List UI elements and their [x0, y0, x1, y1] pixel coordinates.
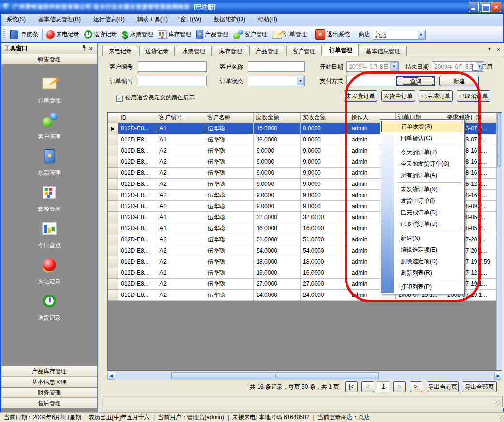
context-menu-item-17[interactable]: 打印列表(P): [381, 281, 463, 293]
menubar-item-0[interactable]: 系统(S): [6, 15, 26, 24]
column-header-3[interactable]: 应收金额: [254, 113, 301, 123]
context-menu-item-8[interactable]: 发货中订单(I): [381, 195, 463, 207]
sidebar-item-4[interactable]: 今日盘点: [38, 220, 61, 250]
tab-1[interactable]: 送货记录: [139, 46, 175, 56]
sidebar-group-1[interactable]: 基本信息管理: [1, 377, 97, 387]
tab-2[interactable]: 水票管理: [176, 46, 212, 56]
context-menu-item-15[interactable]: 刷新列表(R): [381, 267, 463, 279]
context-menu-item-10[interactable]: 已取消订单(U): [381, 218, 463, 230]
horizontal-scrollbar[interactable]: ◀ ▶: [107, 372, 502, 380]
vertical-scrollbar[interactable]: [496, 113, 502, 370]
scroll-left-icon[interactable]: ◀: [107, 372, 115, 380]
close-icon[interactable]: ×: [87, 45, 94, 52]
chevron-down-icon[interactable]: ▼: [418, 31, 425, 39]
menubar-item-5[interactable]: 数据维护(D): [214, 15, 245, 24]
sidebar-group-2[interactable]: 财务管理: [1, 387, 97, 398]
sidebar-item-2[interactable]: 水票管理: [38, 148, 61, 177]
status-filter-button-3[interactable]: 已取消订单: [457, 90, 490, 102]
menubar-item-4[interactable]: 窗口(W): [180, 15, 201, 24]
menubar-item-1[interactable]: 基本信息管理(B): [38, 15, 81, 24]
chevron-down-icon[interactable]: ▼: [297, 77, 304, 85]
new-button[interactable]: 新建: [439, 76, 479, 86]
export-all-pages-button[interactable]: 导出全部页: [462, 381, 497, 392]
context-menu-item-5[interactable]: 所有的订单(A): [381, 169, 463, 181]
order-status-combobox[interactable]: ▼: [248, 76, 305, 86]
next-page-button[interactable]: >: [393, 381, 406, 392]
context-menu-item-0[interactable]: 订单发货(S): [381, 121, 463, 132]
toolbar-button-dollar[interactable]: 水票管理: [119, 28, 156, 42]
column-header-1[interactable]: 客户编号: [157, 113, 205, 123]
chevron-down-icon[interactable]: ▼: [487, 46, 492, 53]
statusbar-segment-0: 当前日期：2009年6月8日星期一 农历己丑[牛]年五月十六: [4, 413, 150, 422]
cell-customer_name: 伍华聪: [205, 168, 254, 179]
close-button[interactable]: ×: [491, 2, 501, 12]
customer-name-input[interactable]: [248, 61, 305, 72]
pin-icon[interactable]: [81, 45, 87, 52]
context-menu-item-7[interactable]: 未发货订单(N): [381, 183, 463, 195]
sidebar-item-label: 套餐管理: [38, 205, 61, 213]
sidebar-item-6[interactable]: 送货记录: [38, 293, 61, 322]
menubar-item-3[interactable]: 辅助工具(T): [137, 15, 168, 24]
minimize-button[interactable]: [469, 2, 479, 12]
toolbar-button-clock[interactable]: 送货记录: [82, 28, 119, 42]
sidebar-item-5[interactable]: 来电记录: [38, 256, 61, 286]
context-menu-item-13[interactable]: 编辑选定项(E): [381, 244, 463, 255]
start-date-value: 2009年 6月 8日: [349, 63, 389, 70]
context-menu-item-4[interactable]: 今天的发货订单(O): [381, 158, 463, 169]
context-menu-item-9[interactable]: 已完成订单(D): [381, 207, 463, 218]
context-menu-item-12[interactable]: 新建(N): [381, 232, 463, 244]
maximize-button[interactable]: [480, 2, 490, 12]
tab-3[interactable]: 库存管理: [213, 46, 248, 56]
sidebar-item-3[interactable]: 套餐管理: [38, 184, 61, 213]
last-page-button[interactable]: >|: [410, 381, 422, 392]
menubar-item-2[interactable]: 运行信息(R): [93, 15, 125, 24]
toolbar-button-product[interactable]: 产品管理: [194, 28, 230, 42]
status-filter-button-2[interactable]: 已完成订单: [419, 90, 453, 102]
menubar-item-6[interactable]: 帮助(H): [258, 15, 277, 24]
sidebar-item-0[interactable]: 订单管理: [38, 75, 61, 105]
horizontal-scrollbar-thumb[interactable]: [171, 372, 379, 379]
context-menu-item-3[interactable]: 今天的订单(T): [381, 146, 463, 158]
tab-7[interactable]: 基本信息管理: [360, 46, 407, 56]
query-button[interactable]: 查询: [396, 76, 435, 86]
page-number-input[interactable]: 1: [377, 381, 389, 392]
tab-6[interactable]: 订单管理: [323, 44, 359, 56]
status-filter-button-1[interactable]: 发货中订单: [381, 90, 415, 102]
vertical-scrollbar-thumb[interactable]: [497, 113, 501, 167]
toolbar-button-grid[interactable]: 库存管理: [156, 28, 194, 42]
cell-received: 16.0000: [301, 267, 349, 279]
horizontal-scrollbar-track[interactable]: [115, 372, 494, 380]
first-page-button[interactable]: |<: [345, 381, 358, 392]
column-header-4[interactable]: 实收金额: [301, 113, 349, 123]
order-context-menu: 订单发货(S)回单确认(C)今天的订单(T)今天的发货订单(O)所有的订单(A)…: [380, 119, 465, 294]
toolbar-button-exit[interactable]: 退出系统: [313, 28, 352, 42]
cell-customer_name: 伍华聪: [205, 190, 254, 201]
context-menu-item-1[interactable]: 回单确认(C): [381, 132, 463, 144]
prev-page-button[interactable]: <: [361, 381, 374, 392]
delivery-color-checkbox[interactable]: ✓: [116, 96, 123, 102]
cell-id: 012D-E8...: [118, 179, 157, 190]
tab-4[interactable]: 产品管理: [249, 46, 285, 56]
order-no-input[interactable]: [138, 76, 207, 86]
toolbar-button-book[interactable]: 导航条: [7, 28, 41, 42]
sidebar-item-1[interactable]: 客户管理: [38, 112, 61, 141]
toolbar-button-bell[interactable]: 来电记录: [44, 28, 82, 42]
column-header-0[interactable]: ID: [118, 113, 157, 123]
start-date-picker[interactable]: 2009年 6月 8日 ▼: [346, 61, 399, 72]
sidebar-group-3[interactable]: 售后管理: [1, 398, 97, 408]
toolbar-button-users[interactable]: 客户管理: [230, 28, 270, 42]
shop-combobox[interactable]: 总店 ▼: [373, 30, 426, 40]
sidebar-group-0[interactable]: 产品库存管理: [1, 366, 97, 377]
toolbar-button-order[interactable]: 订单管理: [270, 28, 309, 42]
context-menu-item-14[interactable]: 删除选定项(D): [381, 255, 463, 267]
status-filter-button-0[interactable]: 未发货订单: [344, 90, 377, 102]
scroll-right-icon[interactable]: ▶: [494, 372, 502, 380]
enable-checkbox[interactable]: ✓: [472, 65, 478, 71]
customer-no-input[interactable]: [138, 61, 207, 72]
close-icon[interactable]: ×: [497, 46, 500, 53]
export-current-page-button[interactable]: 导出当前页: [427, 381, 459, 392]
tab-5[interactable]: 客户管理: [286, 46, 322, 56]
sidebar-group-sales[interactable]: 销售管理: [1, 54, 97, 65]
column-header-2[interactable]: 客户名称: [205, 113, 254, 123]
tab-0[interactable]: 来电记录: [102, 46, 138, 56]
